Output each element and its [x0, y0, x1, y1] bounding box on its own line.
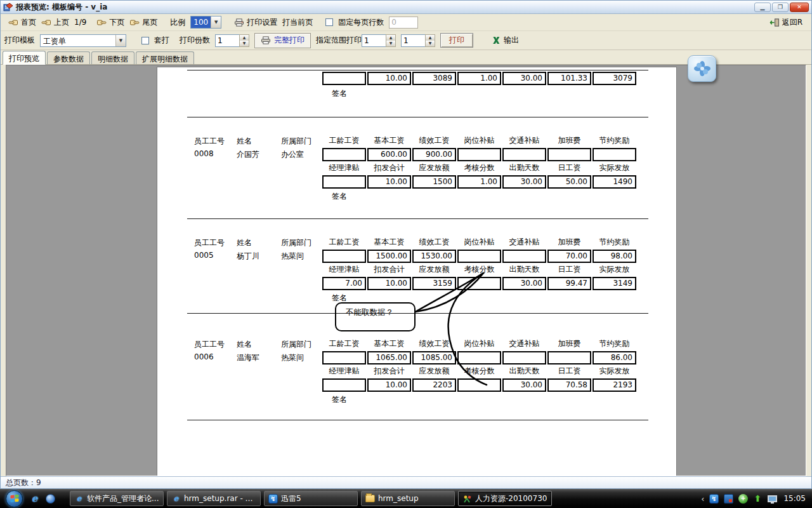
- print-current-page-button[interactable]: 打当前页: [280, 16, 315, 29]
- first-page-button[interactable]: 首页: [6, 16, 39, 29]
- column-header: 基本工资: [367, 237, 411, 248]
- spinner-down-icon[interactable]: ▼: [240, 41, 249, 46]
- column-header: 岗位补贴: [457, 338, 501, 349]
- column-header: 经理津贴: [322, 163, 366, 173]
- tab-ext-detail-data[interactable]: 扩展明细数据: [136, 51, 194, 64]
- display-tray-icon[interactable]: [767, 493, 777, 504]
- emp-name-header: 姓名: [237, 237, 252, 248]
- excel-icon: [491, 36, 501, 44]
- record-divider: [187, 117, 648, 117]
- table-cell: [502, 148, 546, 161]
- full-print-button[interactable]: 完整打印: [254, 33, 311, 48]
- table-row: 600.00 900.00: [322, 148, 636, 161]
- tab-print-preview[interactable]: 打印预览: [3, 51, 46, 65]
- print-current-page-label: 打当前页: [282, 17, 313, 28]
- table-cell: [593, 148, 636, 161]
- fixed-rows-input[interactable]: [389, 17, 418, 29]
- restore-button[interactable]: ❐: [772, 3, 789, 12]
- copies-input[interactable]: [215, 34, 239, 47]
- range-from-stepper[interactable]: ▲▼: [362, 34, 396, 47]
- last-page-button[interactable]: 尾页: [127, 16, 160, 29]
- hand-left-icon: [41, 18, 51, 27]
- start-button[interactable]: [6, 490, 23, 507]
- internet-explorer-icon[interactable]: e: [29, 493, 40, 504]
- salary-record: 员工工号 姓名 所属部门 0006 温海军 热菜间 工龄工资 基本工资 绩效工资…: [157, 338, 676, 406]
- table-cell: [457, 148, 501, 161]
- scheduler-tray-icon[interactable]: [723, 493, 733, 504]
- antivirus-tray-icon[interactable]: +: [738, 493, 748, 504]
- tray-expand-icon[interactable]: ‹: [701, 494, 704, 504]
- table-row: 10.00 2203 30.00 70.58 2193: [322, 378, 636, 392]
- column-header: 节约奖励: [593, 135, 636, 146]
- task-label: hrm_setup: [378, 494, 419, 503]
- salary-record: 员工工号 姓名 所属部门 0005 杨丁川 热菜间 工龄工资 基本工资 绩效工资…: [157, 237, 676, 304]
- prev-page-label: 上页: [54, 17, 69, 28]
- table-cell: 2193: [593, 378, 636, 392]
- emp-id-value: 0006: [194, 352, 214, 361]
- floating-widget-button[interactable]: [688, 55, 716, 82]
- table-cell: [502, 250, 546, 263]
- window-title: 报表预览: 模板编号 - v_ia: [16, 2, 107, 13]
- thunder-tray-icon[interactable]: ↯: [709, 493, 719, 504]
- table-cell: [322, 250, 366, 263]
- minimize-button[interactable]: ▁: [754, 3, 771, 12]
- taskbar-item-folder[interactable]: hrm_setup: [361, 491, 455, 506]
- tab-detail-data[interactable]: 明细数据: [91, 51, 134, 64]
- range-to-stepper[interactable]: ▲▼: [401, 34, 435, 47]
- export-button[interactable]: 输出: [488, 34, 521, 47]
- taskbar-item-forum[interactable]: e 软件产品_管理者论...: [70, 491, 164, 506]
- prev-page-button[interactable]: 上页: [39, 16, 72, 29]
- table-cell: 10.00: [367, 378, 411, 392]
- table-cell: 30.00: [502, 378, 546, 392]
- table-cell: 900.00: [412, 148, 456, 161]
- column-header: 应发放额: [412, 163, 456, 173]
- table-header-row: 经理津贴 扣发合计 应发放额 考核分数 出勤天数 日工资 实际发放: [322, 264, 636, 275]
- hand-right-icon: [96, 18, 107, 27]
- scale-combobox[interactable]: 100 ▼: [190, 16, 221, 29]
- spinner-up-icon[interactable]: ▲: [240, 35, 249, 41]
- copies-stepper[interactable]: ▲▼: [215, 34, 249, 47]
- range-from-input[interactable]: [362, 34, 386, 47]
- emp-name-value: 介国芳: [237, 149, 259, 160]
- browser-globe-icon[interactable]: [45, 493, 56, 504]
- status-bar: 总页数：9: [1, 476, 811, 488]
- overlay-print-checkbox[interactable]: [141, 37, 149, 44]
- umbrella-up-tray-icon[interactable]: ⬆: [752, 493, 763, 504]
- record-divider: [187, 70, 648, 70]
- column-header: 岗位补贴: [457, 135, 501, 146]
- chevron-down-icon[interactable]: ▼: [115, 35, 126, 46]
- tab-param-data[interactable]: 参数数据: [47, 51, 90, 64]
- column-header: 绩效工资: [412, 135, 456, 146]
- spinner-down-icon[interactable]: ▼: [426, 41, 435, 46]
- chevron-down-icon[interactable]: ▼: [211, 17, 221, 28]
- taskbar-item-thunder[interactable]: ↯ 迅雷5: [264, 491, 358, 506]
- print-button[interactable]: 打印: [440, 33, 473, 48]
- table-cell: [457, 250, 501, 263]
- signature-label: 签名: [332, 191, 347, 202]
- emp-dept-header: 所属部门: [281, 339, 311, 350]
- emp-dept-value: 热菜间: [281, 352, 304, 363]
- printer-icon: [261, 36, 271, 44]
- column-header: 加班费: [547, 135, 591, 146]
- taskbar-item-download[interactable]: e hrm_setup.rar - 115...: [167, 491, 261, 506]
- next-page-button[interactable]: 下页: [94, 16, 127, 29]
- taskbar-item-hr-app[interactable]: 人力资源-20100730: [458, 491, 552, 506]
- column-header: 日工资: [547, 264, 591, 275]
- column-header: 交通补贴: [502, 135, 546, 146]
- column-header: 加班费: [547, 338, 591, 349]
- print-setup-button[interactable]: 打印设置: [232, 16, 280, 29]
- record-divider: [187, 420, 648, 420]
- range-to-input[interactable]: [401, 34, 425, 47]
- fixed-rows-checkbox[interactable]: [325, 18, 333, 26]
- close-button[interactable]: ✕: [790, 3, 809, 12]
- page-indicator: 1/9: [72, 17, 89, 28]
- spinner-down-icon[interactable]: ▼: [386, 41, 395, 46]
- taskbar-clock: 15:05: [783, 494, 806, 503]
- spinner-up-icon[interactable]: ▲: [386, 35, 395, 41]
- task-label: 迅雷5: [281, 493, 301, 504]
- spinner-up-icon[interactable]: ▲: [426, 35, 435, 41]
- table-cell: 3089: [412, 72, 456, 85]
- print-template-combobox[interactable]: 工资单 ▼: [40, 34, 126, 47]
- table-cell: 3159: [412, 277, 456, 290]
- back-button[interactable]: 返回R: [767, 16, 806, 29]
